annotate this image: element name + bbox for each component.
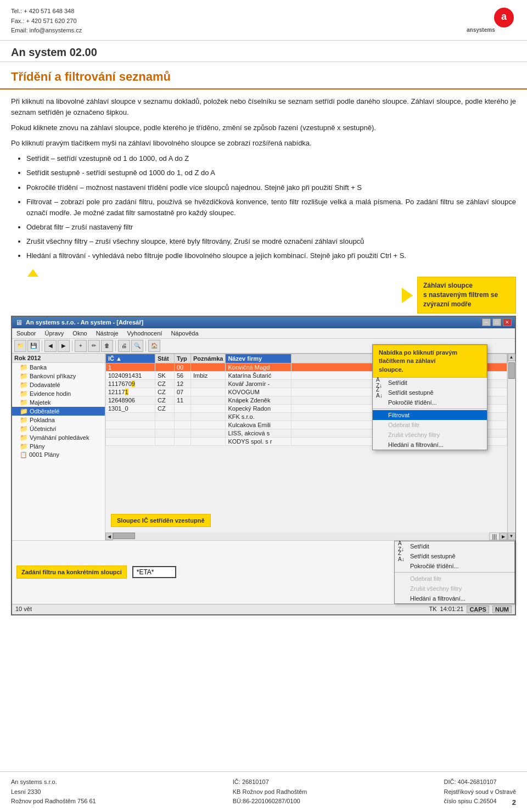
cell-nazev: LISS, akciová s [226,429,291,437]
cell-nazev: KODYS spol. s r [226,437,291,445]
footer-spis: číslo spisu C.26504 [444,797,516,807]
sidebar-item-ucetnictvi[interactable]: 📁 Účetnictví [12,424,105,433]
minimize-button[interactable]: ─ [482,318,491,326]
sidebar-item-pokladna[interactable]: 📁 Pokladna [12,416,105,424]
ctx2-odebrat: Odebrat filtr [395,574,514,584]
sidebar-item-majetek[interactable]: 📁 Majetek [12,398,105,407]
ctx2-setridit[interactable]: AZ↓ Setřídit [395,541,514,551]
toolbar-btn-3[interactable]: ◀ [44,340,57,352]
cell-typ [175,421,191,429]
menu-okno[interactable]: Okno [70,329,89,337]
sidebar-item-odberate[interactable]: 📁 Odběratelé [12,407,105,416]
scroll-left-btn[interactable]: ◀ [105,533,113,540]
screenshot-area: Záhlaví sloupces nastaveným filtrem sezv… [11,277,516,615]
cell-pozn [191,437,226,445]
ctx2-hledani[interactable]: Hledání a filtrování... [395,593,514,603]
col-header-nazev[interactable]: Název firmy [226,354,291,363]
cell-typ [175,429,191,437]
cell-typ [175,412,191,421]
sidebar-item-banka[interactable]: 📁 Banka [12,363,105,372]
paragraph-3: Po kliknutí pravým tlačítkem myši na záh… [11,138,516,149]
sidebar-item-dodavatele[interactable]: 📁 Dodavatelé [12,380,105,389]
folder-icon: 📁 [20,416,28,424]
folder-icon: 📁 [20,390,28,397]
context-menu-1: Nabídka po kliknutí pravýmtlačítkem na z… [372,344,487,450]
toolbar-btn-print[interactable]: 🖨 [118,340,130,352]
toolbar-btn-search[interactable]: 🔍 [131,340,143,352]
cell-nazev: Konvičná Magd [226,363,291,371]
scroll-thumb-v[interactable] [508,362,515,379]
bullet-list: Setřídit – setřídí vzestupně od 1 do 100… [26,153,516,261]
statusbar: 10 vět TK 14:01:21 CAPS NUM [12,604,515,614]
menu-upravy[interactable]: Úpravy [42,329,66,337]
toolbar-btn-1[interactable]: 📁 [14,340,26,352]
toolbar-sep-1 [42,340,42,351]
menu-vyhodnoceni[interactable]: Vyhodnocení [125,329,165,337]
maximize-button[interactable]: □ [492,318,501,326]
main-content: Při kliknutí na libovolné záhlaví sloupc… [0,89,527,272]
cell-nazev: Katarína Šutarić [226,371,291,379]
za-sort-icon: ZA↓ [376,387,383,399]
close-button[interactable]: ✕ [503,318,512,326]
section-title: Třídění a filtrování seznamů [11,70,516,84]
app-menubar: Soubor Úpravy Okno Nástroje Vyhodnocení … [12,328,515,339]
cell-nazev: KOVOGUM [226,388,291,396]
sidebar-item-bankovni[interactable]: 📁 Bankovní příkazy [12,372,105,380]
ctx-setridit-sestupne[interactable]: ZA↓ Setřídit sestupně [373,388,487,397]
scroll-right-btn[interactable]: ▶ [500,533,507,540]
record-count: 10 vět [15,606,32,613]
horizontal-scrollbar[interactable]: ◀ ||| ▶ [105,533,507,540]
toolbar-btn-2[interactable]: 💾 [27,340,40,352]
page-footer: An systems s.r.o. Lesní 2330 Rožnov pod … [0,771,527,812]
ctx-filtrovat[interactable]: Filtrovat [373,410,487,420]
ctx2-setridit-sestupne[interactable]: ZA↓ Setřídit sestupně [395,551,514,561]
ctx-pokrocile[interactable]: Pokročilé třídění... [373,397,487,407]
sidebar-item-plany[interactable]: 📁 Plány [12,442,105,451]
scroll-down-btn[interactable]: ▼ [508,533,515,540]
cell-typ: 56 [175,371,191,379]
caps-indicator: CAPS [467,606,489,613]
cell-ic [106,429,155,437]
col-header-typ[interactable]: Typ [175,354,191,363]
cell-typ: 11 [175,396,191,404]
col-header-pozn[interactable]: Poznámka [191,354,226,363]
app-window: 🖥 An systems s.r.o. - An system - [Adres… [11,316,516,615]
menu-nastroje[interactable]: Nástroje [94,329,121,337]
ctx-setridit[interactable]: AZ↓ Setřídit [373,378,487,388]
footer-company: An systems s.r.o. [11,777,96,787]
col-header-stat[interactable]: Stát [155,354,175,363]
cell-ic: 121171 [106,388,155,396]
menu-napoveda[interactable]: Nápověda [169,329,200,337]
company-logo: a ansystems [461,7,516,34]
cell-ic: 12648906 [106,396,155,404]
toolbar-btn-edit[interactable]: ✏ [88,340,100,352]
folder-icon: 📁 [20,443,28,450]
cell-stat [155,429,175,437]
toolbar-btn-4[interactable]: ▶ [58,340,70,352]
filter-input[interactable] [132,566,176,578]
scroll-track-v [508,361,515,533]
ctx-hledani[interactable]: Hledání a filtrování... [373,440,487,450]
sidebar-item-evidence[interactable]: 📁 Evidence hodin [12,389,105,398]
col-header-ic[interactable]: IČ ▲ [106,354,155,363]
toolbar-btn-new[interactable]: + [75,340,87,352]
cell-stat: CZ [155,388,175,396]
footer-col-1: An systems s.r.o. Lesní 2330 Rožnov pod … [11,777,96,807]
menu-soubor[interactable]: Soubor [14,329,38,337]
cell-stat [155,363,175,371]
cell-pozn [191,429,226,437]
sidebar-item-0001plany[interactable]: 📋 0001 Plány [12,451,105,459]
toolbar-btn-home[interactable]: 🏠 [148,340,160,352]
scroll-up-btn[interactable]: ▲ [508,354,515,361]
cell-pozn [191,363,226,371]
scroll-thumb[interactable] [113,533,135,539]
filter-callout: Zadání filtru na konkrétním sloupci [16,565,127,579]
vertical-scrollbar[interactable]: ▲ ▼ [507,354,515,540]
sidebar-item-vymahani[interactable]: 📁 Vymáhání pohledávek [12,433,105,442]
folder-icon: 📁 [20,363,28,371]
ctx2-pokrocile[interactable]: Pokročilé třídění... [395,561,514,571]
cell-ic: 1 [106,363,155,371]
app-titlebar: 🖥 An systems s.r.o. - An system - [Adres… [12,317,515,328]
cell-ic [106,412,155,421]
toolbar-btn-del[interactable]: 🗑 [101,340,113,352]
